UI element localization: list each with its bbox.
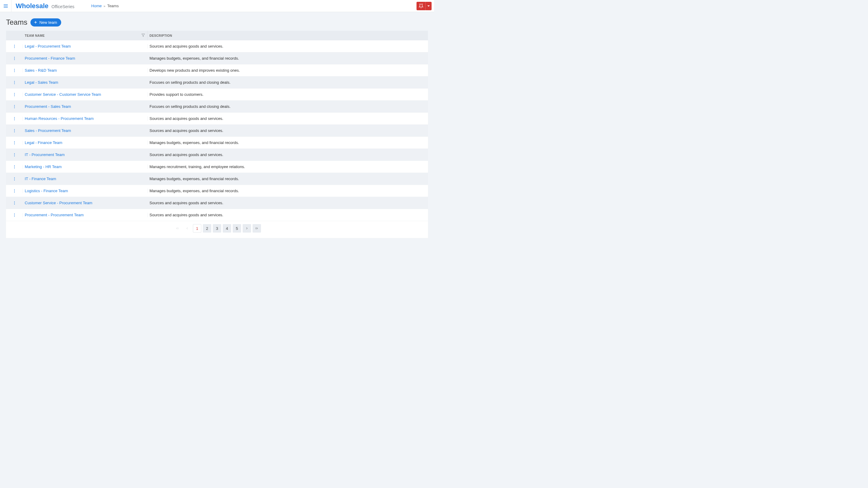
row-name-cell: IT - Finance Team xyxy=(23,176,148,181)
breadcrumb-home-link[interactable]: Home xyxy=(91,4,102,8)
team-link[interactable]: Customer Service - Customer Service Team xyxy=(25,92,101,97)
row-name-cell: Procurement - Sales Team xyxy=(23,104,148,109)
row-actions-button[interactable] xyxy=(6,129,23,133)
svg-point-17 xyxy=(14,84,14,84)
team-link[interactable]: IT - Procurement Team xyxy=(25,153,64,157)
team-link[interactable]: Procurement - Finance Team xyxy=(25,56,75,61)
breadcrumb: Home » Teams xyxy=(79,4,119,8)
svg-point-22 xyxy=(14,106,14,107)
row-name-cell: Sales - R&D Team xyxy=(23,68,148,73)
row-description-cell: Sources and acquires goods and services. xyxy=(148,128,428,133)
svg-point-45 xyxy=(14,201,14,202)
page-title: Teams xyxy=(6,18,27,27)
row-description-cell: Focuses on selling products and closing … xyxy=(148,80,428,85)
new-team-button[interactable]: New team xyxy=(30,19,61,27)
page-number-button[interactable]: 5 xyxy=(233,224,241,233)
column-header-name[interactable]: TEAM NAME xyxy=(23,31,148,40)
svg-point-11 xyxy=(14,59,14,60)
svg-point-34 xyxy=(14,154,14,155)
table-row: Procurement - Finance TeamManages budget… xyxy=(6,53,428,64)
page-number-button[interactable]: 3 xyxy=(213,224,221,233)
table-row: Human Resources - Procurement TeamSource… xyxy=(6,113,428,125)
row-description-cell: Manages budgets, expenses, and financial… xyxy=(148,189,428,193)
column-header-name-label: TEAM NAME xyxy=(25,34,44,37)
row-actions-button[interactable] xyxy=(6,177,23,181)
page-last-button[interactable] xyxy=(253,224,261,233)
teams-table: TEAM NAME DESCRIPTION Legal - Procuremen… xyxy=(6,31,428,238)
page-numbers: 12345 xyxy=(193,224,241,233)
row-actions-button[interactable] xyxy=(6,213,23,217)
team-link[interactable]: Logistics - Finance Team xyxy=(25,189,68,193)
row-description-cell: Sources and acquires goods and services. xyxy=(148,201,428,205)
team-link[interactable]: Procurement - Procurement Team xyxy=(25,213,84,217)
svg-point-35 xyxy=(14,156,14,156)
row-actions-button[interactable] xyxy=(6,56,23,61)
team-link[interactable]: IT - Finance Team xyxy=(25,176,56,181)
column-header-description[interactable]: DESCRIPTION xyxy=(148,31,428,40)
table-row: Customer Service - Customer Service Team… xyxy=(6,89,428,101)
brand: Wholesale OfficeSeries xyxy=(11,2,79,10)
brand-main[interactable]: Wholesale xyxy=(16,2,49,10)
svg-point-33 xyxy=(14,153,14,154)
team-link[interactable]: Marketing - HR Team xyxy=(25,164,62,169)
team-link[interactable]: Legal - Sales Team xyxy=(25,80,58,85)
svg-point-6 xyxy=(14,44,14,45)
pagination: 12345 xyxy=(6,221,428,238)
table-row: Sales - Procurement TeamSources and acqu… xyxy=(6,125,428,137)
row-actions-button[interactable] xyxy=(6,93,23,97)
table-row: Logistics - Finance TeamManages budgets,… xyxy=(6,185,428,197)
row-actions-button[interactable] xyxy=(6,80,23,85)
page-next-button[interactable] xyxy=(243,224,251,233)
page-number-button[interactable]: 2 xyxy=(203,224,211,233)
team-link[interactable]: Legal - Finance Team xyxy=(25,140,62,145)
svg-point-16 xyxy=(14,82,14,83)
row-description-cell: Sources and acquires goods and services. xyxy=(148,116,428,121)
new-team-button-label: New team xyxy=(39,20,57,25)
row-actions-button[interactable] xyxy=(6,104,23,109)
team-link[interactable]: Procurement - Sales Team xyxy=(25,104,71,109)
team-link[interactable]: Legal - Procurement Team xyxy=(25,44,71,48)
page-first-button[interactable] xyxy=(173,224,181,233)
row-actions-button[interactable] xyxy=(6,44,23,48)
chevron-first-icon xyxy=(176,227,179,230)
row-actions-button[interactable] xyxy=(6,201,23,205)
row-name-cell: Marketing - HR Team xyxy=(23,164,148,169)
svg-point-38 xyxy=(14,168,14,168)
svg-point-40 xyxy=(14,178,14,179)
page-number-button[interactable]: 4 xyxy=(223,224,231,233)
row-actions-button[interactable] xyxy=(6,68,23,73)
team-link[interactable]: Sales - Procurement Team xyxy=(25,128,71,133)
team-link[interactable]: Customer Service - Procurement Team xyxy=(25,201,92,205)
table-body: Legal - Procurement TeamSources and acqu… xyxy=(6,40,428,221)
table-row: Marketing - HR TeamManages recruitment, … xyxy=(6,161,428,173)
page-prev-button[interactable] xyxy=(183,224,191,233)
svg-point-15 xyxy=(14,81,14,82)
row-actions-button[interactable] xyxy=(6,153,23,157)
team-link[interactable]: Sales - R&D Team xyxy=(25,68,57,73)
row-actions-button[interactable] xyxy=(6,165,23,169)
hamburger-icon xyxy=(3,3,8,9)
row-actions-button[interactable] xyxy=(6,189,23,193)
row-name-cell: Logistics - Finance Team xyxy=(23,189,148,193)
topbar: Wholesale OfficeSeries Home » Teams xyxy=(0,0,434,12)
caret-down-icon xyxy=(427,4,430,7)
menu-toggle-button[interactable] xyxy=(0,0,11,12)
row-description-cell: Provides support to customers. xyxy=(148,92,428,97)
notifications-button[interactable] xyxy=(416,2,426,10)
row-actions-button[interactable] xyxy=(6,117,23,121)
user-menu-dropdown[interactable] xyxy=(426,2,432,10)
svg-point-49 xyxy=(14,215,14,215)
table-row: IT - Procurement TeamSources and acquire… xyxy=(6,149,428,161)
row-description-cell: Sources and acquires goods and services. xyxy=(148,213,428,217)
team-link[interactable]: Human Resources - Procurement Team xyxy=(25,116,94,121)
brand-sub: OfficeSeries xyxy=(52,4,74,9)
breadcrumb-separator: » xyxy=(104,4,105,8)
page-number-button[interactable]: 1 xyxy=(193,224,201,233)
row-actions-button[interactable] xyxy=(6,141,23,145)
svg-point-41 xyxy=(14,180,14,181)
filter-name-button[interactable] xyxy=(141,33,145,38)
topbar-right xyxy=(416,2,432,10)
svg-point-39 xyxy=(14,177,14,178)
row-description-cell: Sources and acquires goods and services. xyxy=(148,44,428,48)
row-description-cell: Manages recruitment, training, and emplo… xyxy=(148,164,428,169)
